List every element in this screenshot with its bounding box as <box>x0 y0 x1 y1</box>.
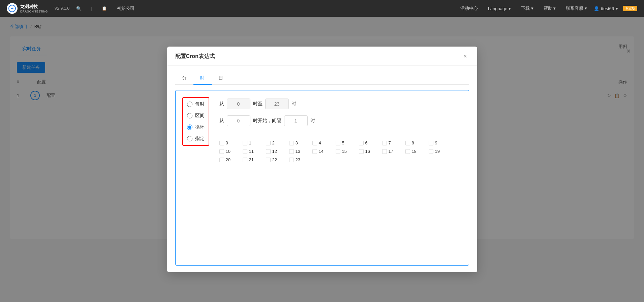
checkbox-10[interactable]: 10 <box>219 149 235 154</box>
cron-modal: 配置Cron表达式 × 分 时 日 <box>167 47 477 272</box>
checkbox-grid: 0 1 2 3 4 5 6 7 8 9 <box>219 140 462 162</box>
top-menu: 活动中心 Language ▾ 下载 ▾ 帮助 ▾ 联系客服 ▾ <box>460 5 587 11</box>
logo-sub: DRAGON TESTING <box>20 10 48 13</box>
menu-activity[interactable]: 活动中心 <box>460 5 478 11</box>
checkbox-12[interactable]: 12 <box>266 149 281 154</box>
chk-13[interactable] <box>289 149 294 154</box>
menu-contact[interactable]: 联系客服 ▾ <box>566 5 587 11</box>
radio-specific[interactable] <box>187 136 192 141</box>
radio-range[interactable] <box>187 113 192 118</box>
chk-4[interactable] <box>312 141 317 145</box>
settings-column: 从 时至 时 从 时开始，间隔 <box>219 97 462 162</box>
cycle-setting-row: 从 时开始，间隔 时 <box>219 115 462 126</box>
chk-22[interactable] <box>266 158 271 162</box>
cron-content-area: 每时 区间 循环 指定 <box>175 90 469 266</box>
chk-5[interactable] <box>336 141 340 145</box>
menu-language[interactable]: Language ▾ <box>488 6 511 11</box>
search-icon[interactable]: 🔍 <box>76 6 82 11</box>
modal-body: 分 时 日 每时 <box>167 66 477 272</box>
chk-1[interactable] <box>243 141 247 145</box>
checkbox-row-20: 20 21 22 23 <box>219 157 462 162</box>
topnav-right: 👤 ttest66 ▾ 专业版 <box>594 6 637 11</box>
checkbox-13[interactable]: 13 <box>289 149 304 154</box>
option-specific[interactable]: 指定 <box>187 136 205 142</box>
checkbox-14[interactable]: 14 <box>312 149 328 154</box>
company-name[interactable]: 初始公司 <box>117 5 134 11</box>
checkbox-22[interactable]: 22 <box>266 157 281 162</box>
checkbox-23[interactable]: 23 <box>289 157 304 162</box>
checkbox-row-0: 0 1 2 3 4 5 6 7 8 9 <box>219 140 462 145</box>
chk-6[interactable] <box>359 141 364 145</box>
version-text: V2.9.1.0 <box>55 6 70 11</box>
checkbox-6[interactable]: 6 <box>359 140 374 145</box>
checkbox-3[interactable]: 3 <box>289 140 304 145</box>
cron-tabs: 分 时 日 <box>175 73 469 85</box>
checkbox-4[interactable]: 4 <box>312 140 328 145</box>
range-to-input[interactable] <box>265 99 289 109</box>
checkbox-15[interactable]: 15 <box>336 149 351 154</box>
modal-overlay: 配置Cron表达式 × 分 时 日 <box>0 17 644 302</box>
chk-23[interactable] <box>289 158 294 162</box>
checkbox-7[interactable]: 7 <box>382 140 397 145</box>
option-every-label: 每时 <box>195 101 205 107</box>
chk-16[interactable] <box>359 149 364 154</box>
cycle-suffix: 时 <box>310 118 315 124</box>
option-cycle-label: 循环 <box>195 124 205 130</box>
chk-2[interactable] <box>266 141 271 145</box>
checkbox-5[interactable]: 5 <box>336 140 351 145</box>
checkbox-21[interactable]: 21 <box>243 157 258 162</box>
checkbox-19[interactable]: 19 <box>429 149 444 154</box>
logo-name: 龙测科技 <box>20 4 48 10</box>
modal-close-button[interactable]: × <box>461 53 469 60</box>
chk-10[interactable] <box>219 149 224 154</box>
chk-18[interactable] <box>405 149 410 154</box>
radio-cycle[interactable] <box>187 125 192 130</box>
chk-17[interactable] <box>382 149 387 154</box>
chk-8[interactable] <box>405 141 410 145</box>
range-setting-row: 从 时至 时 <box>219 99 462 109</box>
checkbox-0[interactable]: 0 <box>219 140 235 145</box>
checkbox-11[interactable]: 11 <box>243 149 258 154</box>
checkbox-20[interactable]: 20 <box>219 157 235 162</box>
checkbox-2[interactable]: 2 <box>266 140 281 145</box>
checkbox-18[interactable]: 18 <box>405 149 421 154</box>
username: ttest66 <box>601 6 614 11</box>
option-cycle[interactable]: 循环 <box>187 124 205 130</box>
chk-3[interactable] <box>289 141 294 145</box>
checkbox-17[interactable]: 17 <box>382 149 397 154</box>
checkbox-16[interactable]: 16 <box>359 149 374 154</box>
user-info[interactable]: 👤 ttest66 ▾ <box>594 6 618 11</box>
range-suffix: 时 <box>292 101 296 107</box>
option-every[interactable]: 每时 <box>187 101 205 107</box>
cycle-interval-input[interactable] <box>284 115 308 126</box>
cron-tab-hour[interactable]: 时 <box>193 73 212 85</box>
chk-20[interactable] <box>219 158 224 162</box>
chk-14[interactable] <box>312 149 317 154</box>
chk-15[interactable] <box>336 149 340 154</box>
chk-12[interactable] <box>266 149 271 154</box>
chk-11[interactable] <box>243 149 247 154</box>
range-from-input[interactable] <box>227 99 250 109</box>
chk-0[interactable] <box>219 141 224 145</box>
option-specific-label: 指定 <box>195 136 205 142</box>
chk-7[interactable] <box>382 141 387 145</box>
option-range-label: 区间 <box>195 113 205 119</box>
plan-badge: 专业版 <box>623 6 637 11</box>
chk-9[interactable] <box>429 141 433 145</box>
cron-tab-minute[interactable]: 分 <box>175 73 193 85</box>
radio-every[interactable] <box>187 102 192 107</box>
range-middle: 时至 <box>253 101 263 107</box>
checkbox-1[interactable]: 1 <box>243 140 258 145</box>
cycle-from-input[interactable] <box>227 115 250 126</box>
menu-help[interactable]: 帮助 ▾ <box>544 5 556 11</box>
chk-21[interactable] <box>243 158 247 162</box>
checkbox-9[interactable]: 9 <box>429 140 444 145</box>
chk-19[interactable] <box>429 149 433 154</box>
menu-download[interactable]: 下载 ▾ <box>521 5 533 11</box>
options-row: 每时 区间 循环 指定 <box>182 97 462 162</box>
cron-tab-day[interactable]: 日 <box>212 73 230 85</box>
checkbox-8[interactable]: 8 <box>405 140 421 145</box>
option-range[interactable]: 区间 <box>187 113 205 119</box>
range-prefix: 从 <box>219 101 224 107</box>
cycle-middle: 时开始，间隔 <box>253 118 281 124</box>
